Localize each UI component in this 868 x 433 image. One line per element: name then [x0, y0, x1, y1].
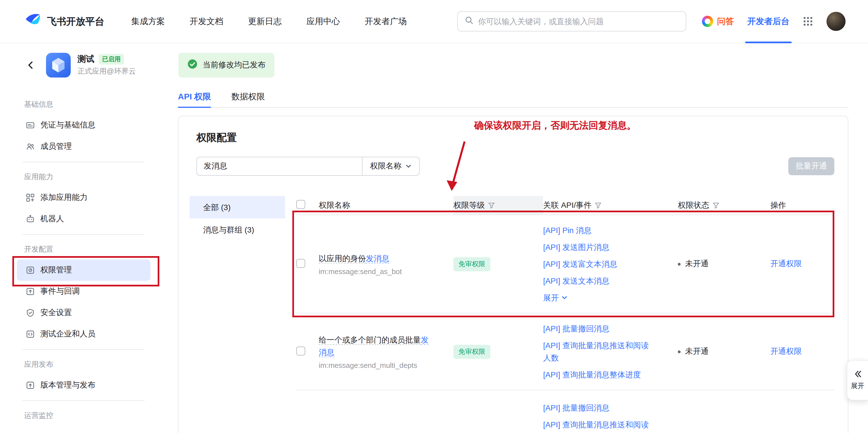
table-row-send-multi-depts: 给一个或多个部门的成员批量发消息 im:message:send_multi_d…	[296, 313, 834, 390]
select-all-checkbox[interactable]	[296, 200, 305, 209]
row-checkbox[interactable]	[296, 346, 305, 355]
nav-item-changelog[interactable]: 更新日志	[248, 16, 282, 27]
sidebar-section-dev-config: 开发配置	[17, 239, 150, 259]
nav-item-dev-plaza[interactable]: 开发者广场	[365, 16, 407, 27]
level-badge: 免审权限	[453, 345, 490, 358]
app-icon	[46, 53, 71, 77]
table-header: 权限名称 权限等级 关联 API/事件	[296, 196, 834, 215]
sidebar-section-basic-info: 基础信息	[17, 94, 150, 115]
sidebar-item-security[interactable]: 安全设置	[17, 302, 150, 323]
user-avatar[interactable]	[827, 12, 845, 31]
sidebar-item-versions[interactable]: 版本管理与发布	[17, 375, 150, 396]
permission-code: im:message:send_multi_depts	[319, 361, 442, 370]
header-permission-name: 权限名称	[319, 200, 350, 210]
category-messaging[interactable]: 消息与群组 (3)	[190, 219, 285, 241]
api-link[interactable]: [API] Pin 消息	[543, 222, 656, 239]
feishu-logo-icon	[25, 12, 41, 31]
brand[interactable]: 飞书开放平台	[25, 12, 104, 31]
back-button[interactable]	[24, 58, 38, 72]
shield-icon	[26, 308, 35, 317]
app-name: 测试	[78, 54, 94, 64]
enabled-badge: 已启用	[99, 54, 124, 64]
api-link[interactable]: [API] 发送图片消息	[543, 239, 656, 256]
permission-name: 以应用的身份	[319, 254, 366, 263]
tab-api-permissions[interactable]: API 权限	[178, 86, 211, 107]
app-meta: 测试 已启用 正式应用@环界云	[78, 54, 136, 76]
developer-console-label: 开发者后台	[747, 16, 789, 27]
open-permission-link[interactable]: 开通权限	[770, 259, 802, 268]
open-permission-link[interactable]: 开通权限	[770, 347, 802, 355]
chevron-down-icon	[561, 294, 568, 301]
category-all[interactable]: 全部 (3)	[190, 196, 285, 219]
sidebar-section-capabilities: 应用能力	[17, 167, 150, 187]
permission-icon	[26, 266, 35, 275]
sidebar-item-permissions[interactable]: 权限管理	[17, 259, 150, 281]
expand-panel-button[interactable]: 展开	[847, 360, 868, 400]
top-nav: 飞书开放平台 集成方案 开发文档 更新日志 应用中心 开发者广场 问答 开发者后…	[0, 0, 868, 43]
sidebar-section-monitoring: 运营监控	[17, 405, 150, 426]
api-link[interactable]: [API] 批量撤回消息	[543, 399, 656, 416]
feishu-open-platform-console: 飞书开放平台 集成方案 开发文档 更新日志 应用中心 开发者广场 问答 开发者后…	[0, 0, 868, 433]
api-link[interactable]: [API] 发送富文本消息	[543, 256, 656, 272]
api-link[interactable]: [API] 批量撤回消息	[543, 320, 656, 337]
apps-grid-icon[interactable]	[803, 16, 813, 26]
search-icon	[465, 16, 473, 27]
level-badge: 免审权限	[453, 257, 490, 271]
qa-icon	[702, 16, 713, 27]
credential-icon	[26, 121, 35, 130]
bot-icon	[26, 214, 35, 224]
check-circle-icon	[187, 59, 197, 71]
developer-console-link[interactable]: 开发者后台	[747, 0, 789, 43]
table-row-send-as-bot: 以应用的身份发消息 im:message:send_as_bot 免审权限 [A…	[296, 215, 834, 313]
sidebar-item-events[interactable]: 事件与回调	[17, 281, 150, 302]
search-input[interactable]	[478, 17, 679, 26]
sidebar-item-test-org[interactable]: 测试企业和人员	[17, 323, 150, 345]
sidebar-divider	[23, 234, 145, 235]
chevron-down-icon	[405, 163, 411, 170]
sidebar-item-members[interactable]: 成员管理	[17, 136, 150, 157]
sidebar-divider	[23, 349, 145, 350]
nav-item-app-center[interactable]: 应用中心	[306, 16, 340, 27]
code-brackets-icon	[26, 330, 35, 339]
header-related-api: 关联 API/事件	[543, 200, 592, 210]
nav-item-integration[interactable]: 集成方案	[131, 16, 165, 27]
qa-link[interactable]: 问答	[702, 16, 734, 27]
nav-item-docs[interactable]: 开发文档	[190, 16, 223, 27]
app-header: 测试 已启用 正式应用@环界云 当前修改均已发布	[0, 43, 868, 86]
tab-data-permissions[interactable]: 数据权限	[231, 86, 265, 107]
category-list: 全部 (3) 消息与群组 (3)	[190, 196, 285, 433]
api-link[interactable]: [API] 查询批量消息推送和阅读人数	[543, 337, 656, 366]
sidebar-item-label: 测试企业和人员	[40, 329, 95, 339]
batch-enable-button[interactable]: 批量开通	[788, 157, 834, 175]
permission-tabbar: API 权限 数据权限	[178, 86, 848, 108]
sidebar-item-label: 机器人	[40, 214, 64, 224]
search-field-select[interactable]: 权限名称	[362, 157, 419, 175]
expand-apis-link[interactable]: 展开	[543, 289, 656, 306]
global-search[interactable]	[457, 11, 686, 31]
api-link[interactable]: [API] 发送文本消息	[543, 272, 656, 289]
permission-code: im:message:send_as_bot	[319, 267, 442, 276]
permission-table: 权限名称 权限等级 关联 API/事件	[296, 196, 834, 433]
sidebar-divider	[23, 400, 145, 401]
main-content: API 权限 数据权限 权限配置 权限名称 批量开通	[168, 86, 868, 433]
filter-icon[interactable]	[713, 202, 719, 209]
permission-body: 全部 (3) 消息与群组 (3) 权限名称 权限等级	[190, 196, 834, 433]
header-permission-level: 权限等级	[453, 200, 485, 210]
filter-icon[interactable]	[488, 202, 495, 209]
status-text: 未开通	[685, 347, 709, 357]
sidebar-divider	[23, 162, 145, 162]
sidebar-item-bot[interactable]: 机器人	[17, 208, 150, 230]
api-link[interactable]: [API] 查询批量消息整体进度	[543, 366, 656, 383]
api-link[interactable]: [API] 查询批量消息推送和阅读	[543, 416, 656, 433]
publish-status-text: 当前修改均已发布	[203, 60, 266, 70]
sidebar-item-label: 安全设置	[40, 308, 72, 318]
sidebar-item-add-capability[interactable]: 添加应用能力	[17, 187, 150, 208]
permission-search-input[interactable]	[197, 157, 362, 175]
header-permission-status: 权限状态	[678, 200, 709, 210]
sidebar-item-label: 凭证与基础信息	[40, 120, 95, 130]
status-dot	[678, 263, 681, 265]
filter-icon[interactable]	[595, 202, 602, 209]
sidebar-item-credentials[interactable]: 凭证与基础信息	[17, 115, 150, 136]
permission-name-link[interactable]: 发消息	[366, 254, 390, 263]
row-checkbox[interactable]	[296, 259, 305, 268]
